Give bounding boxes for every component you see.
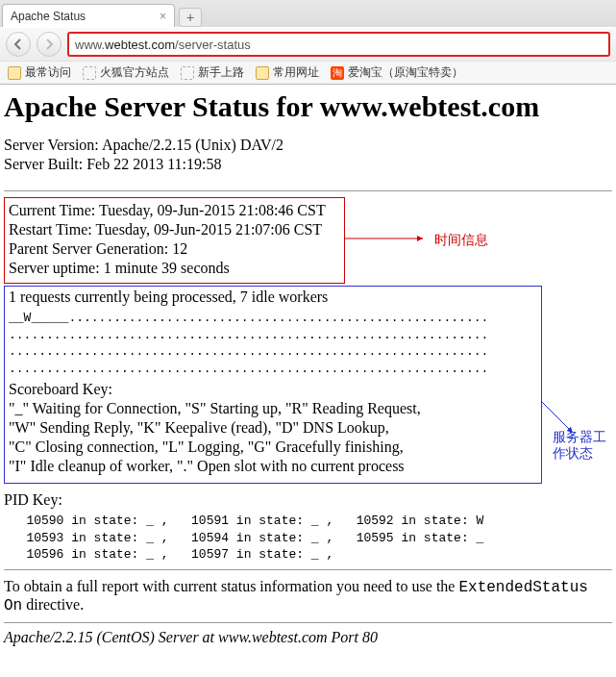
bookmark-label: 常用网址 (273, 64, 319, 81)
server-address: Apache/2.2.15 (CentOS) Server at www.web… (4, 629, 612, 646)
parent-generation: Parent Server Generation: 12 (9, 240, 340, 258)
page-icon (83, 66, 96, 80)
scoreboard: __W_____................................… (9, 310, 537, 377)
divider (4, 190, 612, 191)
page-content: Apache Server Status for www.webtest.com… (0, 90, 616, 646)
close-icon[interactable]: × (160, 10, 166, 23)
pid-key-block: 10590 in state: _ , 10591 in state: _ , … (4, 513, 612, 564)
page-title: Apache Server Status for www.webtest.com (4, 90, 612, 123)
server-version: Server Version: Apache/2.2.15 (Unix) DAV… (4, 137, 612, 154)
scoreboard-key-title: Scoreboard Key: (9, 381, 537, 398)
bookmark-label: 新手上路 (198, 64, 244, 81)
taobao-icon (331, 66, 344, 80)
server-uptime: Server uptime: 1 minute 39 seconds (9, 260, 340, 277)
tab-strip: Apache Status × + (0, 0, 616, 27)
bookmark-label: 火狐官方站点 (100, 64, 169, 81)
annotation-arrow-red (344, 229, 431, 248)
bookmark-aitaobao[interactable]: 爱淘宝（原淘宝特卖） (331, 64, 463, 81)
bookmarks-bar: 最常访问 火狐官方站点 新手上路 常用网址 爱淘宝（原淘宝特卖） (0, 61, 616, 84)
score-key-line: "W" Sending Reply, "K" Keepalive (read),… (9, 419, 537, 437)
page-icon (181, 66, 194, 80)
bookmark-label: 最常访问 (25, 64, 71, 81)
url-prefix: www. (75, 38, 105, 52)
url-path: /server-status (175, 38, 251, 52)
time-info-box: Current Time: Tuesday, 09-Jun-2015 21:08… (4, 197, 345, 284)
bookmark-most-visited[interactable]: 最常访问 (8, 64, 71, 81)
forward-button[interactable] (37, 32, 62, 57)
footer-prefix: To obtain a full report with current sta… (4, 578, 458, 594)
divider (4, 622, 612, 623)
score-key-line: "_" Waiting for Connection, "S" Starting… (9, 400, 537, 417)
bookmark-label: 爱淘宝（原淘宝特卖） (348, 64, 463, 81)
score-key-line: "C" Closing connection, "L" Logging, "G"… (9, 439, 537, 456)
folder-icon (256, 66, 269, 80)
divider (4, 569, 612, 570)
browser-tab-active[interactable]: Apache Status × (2, 4, 175, 27)
score-key-line: "I" Idle cleanup of worker, "." Open slo… (9, 458, 537, 475)
workers-summary: 1 requests currently being processed, 7 … (9, 288, 537, 306)
server-meta: Server Version: Apache/2.2.15 (Unix) DAV… (4, 137, 612, 173)
server-built: Server Built: Feb 22 2013 11:19:58 (4, 156, 612, 173)
scoreboard-key: "_" Waiting for Connection, "S" Starting… (9, 400, 537, 475)
current-time: Current Time: Tuesday, 09-Jun-2015 21:08… (9, 202, 340, 219)
annotation-arrow-blue (540, 364, 579, 440)
browser-chrome: Apache Status × + www.webtest.com/server… (0, 0, 616, 85)
footer-suffix: directive. (22, 596, 84, 613)
url-host: webtest.com (105, 38, 175, 52)
restart-time: Restart Time: Tuesday, 09-Jun-2015 21:07… (9, 221, 340, 238)
folder-icon (8, 66, 21, 80)
bookmark-newbie[interactable]: 新手上路 (181, 64, 244, 81)
back-button[interactable] (6, 32, 31, 57)
chevron-right-icon (43, 38, 55, 50)
tab-title: Apache Status (11, 10, 86, 23)
workers-box: 1 requests currently being processed, 7 … (4, 286, 542, 484)
nav-toolbar: www.webtest.com/server-status (0, 27, 616, 61)
bookmark-common[interactable]: 常用网址 (256, 64, 319, 81)
new-tab-button[interactable]: + (179, 8, 202, 27)
chevron-left-icon (12, 38, 24, 50)
footer-note: To obtain a full report with current sta… (4, 578, 612, 614)
svg-line-1 (542, 402, 573, 433)
address-bar[interactable]: www.webtest.com/server-status (67, 32, 610, 57)
bookmark-firefox[interactable]: 火狐官方站点 (83, 64, 169, 81)
pid-key-title: PID Key: (4, 491, 612, 509)
